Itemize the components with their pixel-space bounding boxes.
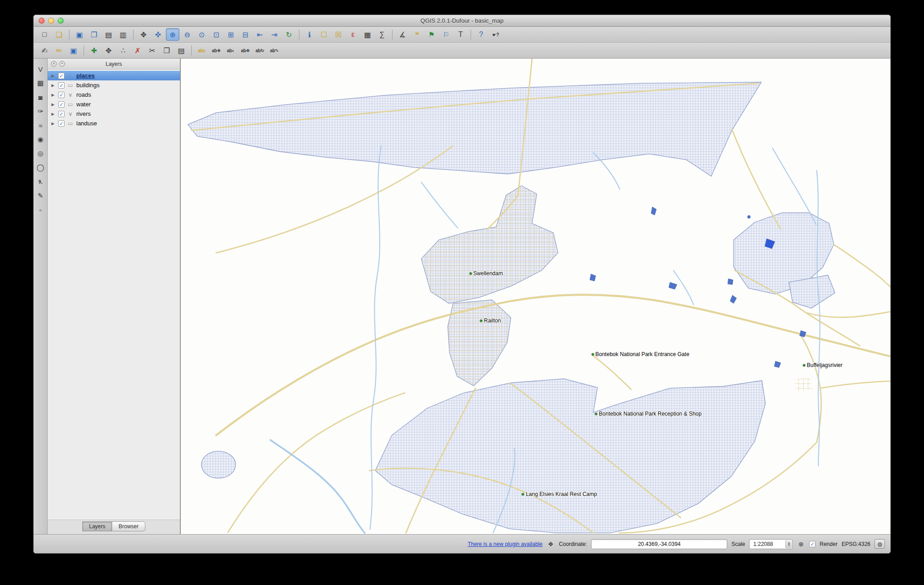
toolbar-button-field-calculator[interactable]: ∑ <box>375 28 389 41</box>
panel-float-icon[interactable] <box>59 61 65 67</box>
side-button-icon: ◉ <box>37 135 43 144</box>
side-button-add-delimited-text-layer[interactable]: 9, <box>35 176 46 188</box>
expand-arrow-icon[interactable] <box>51 74 56 78</box>
layer-visibility-checkbox[interactable] <box>58 101 65 108</box>
expand-arrow-icon[interactable] <box>51 121 56 126</box>
toolbar-button-save-project[interactable]: ▣ <box>73 28 86 41</box>
side-button-add-mssql-layer[interactable]: ≈ <box>35 119 46 131</box>
toolbar-button-save-project-as[interactable]: ❐ <box>87 28 101 41</box>
toolbar-button-composer-manager[interactable]: ▥ <box>116 28 130 41</box>
toolbar-button-pan-to-selection[interactable]: ✜ <box>151 28 165 41</box>
layer-type-icon: ▭ <box>67 120 74 127</box>
layer-visibility-checkbox[interactable] <box>58 73 65 79</box>
edit-toolbar-button-paste-features[interactable]: ▤ <box>174 44 188 57</box>
layer-item-roads[interactable]: ∨ roads <box>48 90 180 99</box>
edit-toolbar-button-delete-selected[interactable]: ✗ <box>131 44 144 57</box>
toolbar-icon: ? <box>479 30 483 39</box>
layer-item-landuse[interactable]: ▭ landuse <box>48 119 180 128</box>
toolbar-button-zoom-full[interactable]: ⊡ <box>209 28 223 41</box>
layer-item-water[interactable]: ▭ water <box>48 99 180 109</box>
expand-arrow-icon[interactable] <box>51 83 56 88</box>
panel-tab-layers[interactable]: Layers <box>82 521 112 531</box>
digitizing-toolbar: ✍ ✏ ▣ ✚ ✥ ∴ <box>34 43 890 59</box>
edit-toolbar-button-pin-labels[interactable]: ab✚ <box>209 44 223 57</box>
panel-close-icon[interactable] <box>51 61 57 67</box>
edit-toolbar-button-labeling-options[interactable]: abc <box>195 44 209 57</box>
coordinate-input[interactable] <box>591 539 727 549</box>
toolbar-icon: ☒ <box>335 30 342 39</box>
close-window-button[interactable] <box>39 18 45 24</box>
side-button-add-raster-layer[interactable]: ▦ <box>35 77 46 89</box>
scale-combo[interactable]: 1:22088 <box>749 539 793 549</box>
toolbar-button-zoom-next[interactable]: ⇥ <box>268 28 281 41</box>
edit-toolbar-button-toggle-editing[interactable]: ✏ <box>52 44 66 57</box>
toolbar-button-show-bookmarks[interactable]: ⚐ <box>439 28 453 41</box>
expand-arrow-icon[interactable] <box>51 93 56 97</box>
edit-toolbar-button-change-label[interactable]: ab✎ <box>268 44 281 57</box>
side-button-add-vector-layer[interactable]: V <box>35 63 46 75</box>
edit-toolbar-button-show-hide-labels[interactable]: ab◐ <box>224 44 238 57</box>
layer-item-buildings[interactable]: ▭ buildings <box>48 80 180 90</box>
toolbar-button-whats-this[interactable]: ☛? <box>489 28 502 41</box>
expand-arrow-icon[interactable] <box>51 102 56 107</box>
edit-toolbar-button-copy-features[interactable]: ❒ <box>160 44 174 57</box>
layer-item-places[interactable]: ∴ places <box>48 71 180 80</box>
toolbar-button-zoom-actual[interactable]: ⊙ <box>195 28 209 41</box>
stop-render-icon[interactable]: ⊗ <box>797 540 805 548</box>
toolbar-button-open-project[interactable]: ❏ <box>52 28 66 41</box>
edit-toolbar-button-node-tool[interactable]: ∴ <box>116 44 130 57</box>
edit-toolbar-button-add-feature[interactable]: ✚ <box>87 44 101 57</box>
edit-toolbar-button-move-label[interactable]: ab✥ <box>238 44 252 57</box>
layer-item-rivers[interactable]: ∨ rivers <box>48 109 180 119</box>
toolbar-button-zoom-out[interactable]: ⊖ <box>180 28 194 41</box>
edit-toolbar-button-cut-features[interactable]: ✂ <box>145 44 159 57</box>
layer-visibility-checkbox[interactable] <box>58 82 65 89</box>
side-button-add-postgis-layer[interactable]: ◙ <box>35 91 46 103</box>
layer-visibility-checkbox[interactable] <box>58 111 65 117</box>
edit-toolbar-button-save-layer-edits[interactable]: ▣ <box>67 44 80 57</box>
edit-toolbar-button-current-edits[interactable]: ✍ <box>38 44 51 57</box>
toolbar-button-select-by-expression[interactable]: ε <box>346 28 360 41</box>
toolbar-button-zoom-to-selection[interactable]: ⊞ <box>224 28 238 41</box>
side-button-new-shapefile-layer[interactable]: ✎ <box>35 190 46 202</box>
side-button-add-wcs-layer[interactable]: ◎ <box>35 148 46 159</box>
minimize-window-button[interactable] <box>48 18 54 24</box>
toolbar-button-pan-map[interactable]: ✥ <box>137 28 150 41</box>
layer-visibility-checkbox[interactable] <box>58 120 65 127</box>
toolbar-button-identify-features[interactable]: ℹ <box>303 28 316 41</box>
expand-arrow-icon[interactable] <box>51 112 56 116</box>
layers-panel-header: Layers <box>48 59 180 69</box>
layer-type-icon: ▭ <box>67 82 74 89</box>
toolbar-button-zoom-last[interactable]: ⇤ <box>253 28 267 41</box>
side-button-new-spatialite-layer[interactable]: ▫ <box>35 204 46 216</box>
toolbar-button-new-bookmark[interactable]: ⚑ <box>425 28 438 41</box>
map-canvas[interactable]: Swellendam Railton Bontebok National Par… <box>180 59 890 534</box>
side-button-add-wms-layer[interactable]: ◉ <box>35 134 46 145</box>
toolbar-button-map-tips[interactable]: ❝ <box>410 28 424 41</box>
stepper-arrows-icon[interactable] <box>785 540 792 548</box>
edit-toolbar-button-move-feature[interactable]: ✥ <box>102 44 115 57</box>
side-button-add-spatialite-layer[interactable]: ✑ <box>35 105 46 117</box>
toolbar-button-new-print-composer[interactable]: ▤ <box>102 28 115 41</box>
toolbar-button-open-attribute-table[interactable]: ▦ <box>361 28 374 41</box>
side-button-add-wfs-layer[interactable]: ◯ <box>35 162 46 174</box>
toolbar-button-zoom-in[interactable]: ⊕ <box>166 28 179 41</box>
toolbar-button-select-features[interactable]: ☐ <box>317 28 331 41</box>
layer-visibility-checkbox[interactable] <box>58 92 65 98</box>
toolbar-button-new-project[interactable]: □ <box>38 28 51 41</box>
crs-selector-icon[interactable]: ◍ <box>874 539 885 549</box>
plugin-icon[interactable]: ❖ <box>546 540 555 548</box>
toolbar-button-refresh[interactable]: ↻ <box>282 28 296 41</box>
render-checkbox[interactable] <box>809 541 815 547</box>
toolbar-button-measure-line[interactable]: ∡ <box>396 28 409 41</box>
new-plugin-link[interactable]: There is a new plugin available <box>467 541 542 547</box>
toolbar-button-deselect-features[interactable]: ☒ <box>332 28 345 41</box>
toolbar-button-text-annotation[interactable]: T <box>454 28 467 41</box>
panel-tab-browser[interactable]: Browser <box>112 521 145 531</box>
zoom-window-button[interactable] <box>58 18 64 24</box>
side-button-icon: 9, <box>39 179 42 184</box>
toolbar-button-zoom-to-layer[interactable]: ⊟ <box>238 28 252 41</box>
toolbar-button-help-contents[interactable]: ? <box>474 28 488 41</box>
edit-toolbar-button-rotate-label[interactable]: ab↻ <box>253 44 267 57</box>
title-bar[interactable]: QGIS 2.0.1-Dufour - basic_map <box>34 15 890 27</box>
